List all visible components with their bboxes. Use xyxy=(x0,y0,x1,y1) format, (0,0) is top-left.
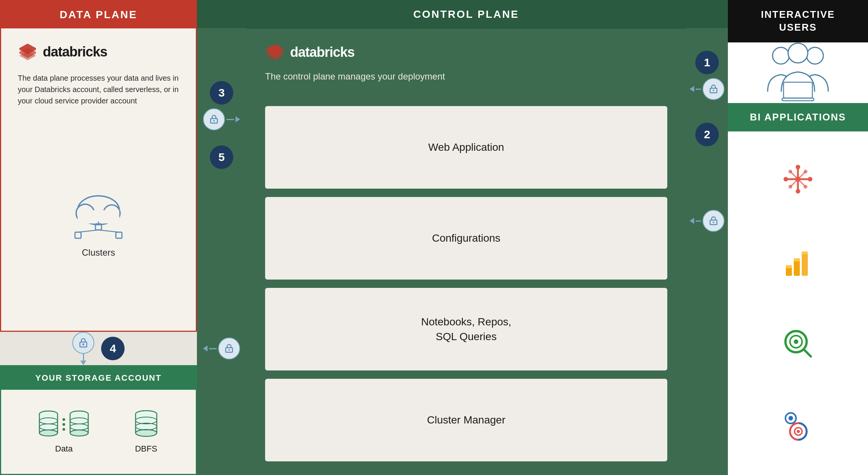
databricks-text-cp: databricks xyxy=(290,44,354,60)
arr-left-1 xyxy=(690,86,694,92)
lock-icon-storage xyxy=(218,338,240,359)
lock-icon-1 xyxy=(703,78,724,100)
svg-point-24 xyxy=(70,430,88,436)
tableau-icon xyxy=(783,164,813,196)
right-column: INTERACTIVE USERS xyxy=(728,0,868,475)
svg-rect-70 xyxy=(802,252,808,255)
databricks-logo-data-plane: databricks xyxy=(18,42,179,62)
data-plane-header: DATA PLANE xyxy=(1,1,196,28)
step1-badge: 1 xyxy=(695,51,719,74)
svg-point-31 xyxy=(136,430,157,436)
cp-card-cluster-manager: Cluster Manager xyxy=(265,379,667,461)
svg-point-64 xyxy=(795,177,801,182)
control-plane-cards: Web Application Configurations Notebooks… xyxy=(265,106,667,461)
svg-rect-69 xyxy=(794,258,800,261)
svg-point-57 xyxy=(796,189,800,194)
svg-point-59 xyxy=(808,177,812,181)
svg-point-48 xyxy=(807,47,823,64)
arr-left-storage xyxy=(203,345,208,352)
control-plane-header: CONTROL PLANE xyxy=(246,0,686,29)
h-line-nb xyxy=(696,220,701,222)
svg-point-17 xyxy=(39,430,58,436)
svg-rect-8 xyxy=(75,232,81,238)
svg-point-63 xyxy=(804,185,807,189)
dbfs-cylinder-icon xyxy=(133,410,159,439)
svg-point-73 xyxy=(794,339,798,344)
dbfs-label: DBFS xyxy=(135,444,157,454)
svg-line-10 xyxy=(78,230,98,232)
step2-badge: 2 xyxy=(695,123,719,146)
svg-point-80 xyxy=(797,430,800,433)
powerbi-icon xyxy=(784,246,812,278)
cp-card-label-cluster-manager: Cluster Manager xyxy=(427,412,506,427)
data-plane-body: databricks The data plane processes your… xyxy=(1,28,196,331)
arrow-down-4 xyxy=(80,361,86,365)
data-icon-area: Data xyxy=(37,410,90,454)
interactive-users-body xyxy=(728,42,868,103)
left-column: DATA PLANE databricks The data plane pro… xyxy=(0,0,197,475)
cp-card-configurations: Configurations xyxy=(265,197,667,280)
other-app-icon xyxy=(784,411,812,442)
control-plane-description: The control plane manages your deploymen… xyxy=(265,70,667,83)
h-line-storage xyxy=(209,348,217,349)
lock-icon-3 xyxy=(203,108,225,130)
databricks-icon-cp xyxy=(265,42,285,62)
svg-point-39 xyxy=(228,349,230,351)
between-left-center: 3 5 xyxy=(197,0,246,475)
svg-line-74 xyxy=(804,350,811,356)
control-plane-body: databricks The control plane manages you… xyxy=(246,29,686,475)
step5-area: 5 xyxy=(210,145,233,169)
databricks-text-data-plane: databricks xyxy=(43,44,107,60)
lock-arrow-storage xyxy=(203,338,240,359)
storage-account-panel: YOUR STORAGE ACCOUNT xyxy=(0,365,197,475)
step4-badge: 4 xyxy=(101,337,125,360)
cp-card-web-application: Web Application xyxy=(265,106,667,189)
cluster-cloud-icon xyxy=(64,191,133,241)
step3-badge: 3 xyxy=(210,81,233,105)
svg-rect-6 xyxy=(78,210,119,223)
svg-rect-51 xyxy=(782,98,814,101)
arr-left-nb xyxy=(690,218,694,224)
svg-point-56 xyxy=(796,165,800,169)
lock-icon-4 xyxy=(72,332,94,354)
storage-account-body: Data DBFS xyxy=(1,390,196,474)
data-cylinders xyxy=(37,410,90,439)
right-connector-area: 1 2 xyxy=(686,0,728,475)
interactive-users-header: INTERACTIVE USERS xyxy=(728,0,868,42)
step4-connector: 4 xyxy=(0,332,197,365)
cp-card-label-configs: Configurations xyxy=(432,231,501,245)
h-line-1 xyxy=(696,89,701,90)
svg-point-60 xyxy=(788,170,792,173)
lock-arrow-3 xyxy=(203,108,240,130)
atscale-icon xyxy=(783,328,813,360)
svg-point-49 xyxy=(788,43,808,63)
svg-rect-9 xyxy=(116,232,122,238)
vert-line-4 xyxy=(83,354,84,361)
databricks-logo-control-plane: databricks xyxy=(265,42,667,62)
lock-arrow-1 xyxy=(690,78,724,100)
svg-rect-67 xyxy=(802,252,808,276)
step3-area: 3 xyxy=(203,81,240,130)
data-plane-description: The data plane processes your data and l… xyxy=(18,72,179,106)
cp-card-notebooks: Notebooks, Repos, SQL Queries xyxy=(265,288,667,370)
svg-point-58 xyxy=(784,177,788,181)
arr-right-3 xyxy=(236,116,240,122)
dots-separator xyxy=(62,418,65,431)
storage-account-header: YOUR STORAGE ACCOUNT xyxy=(1,366,196,390)
dbfs-icon-area: DBFS xyxy=(133,410,159,454)
data-plane-panel: DATA PLANE databricks The data plane pro… xyxy=(0,0,197,332)
users-icon xyxy=(760,42,836,103)
bi-applications-header: BI APPLICATIONS xyxy=(728,103,868,131)
page-wrapper: DATA PLANE databricks The data plane pro… xyxy=(0,0,868,475)
lock-icon-nb xyxy=(703,210,724,232)
lock-arrow-notebooks xyxy=(690,195,724,247)
svg-point-78 xyxy=(788,416,793,420)
svg-point-46 xyxy=(713,222,714,223)
cylinder2-icon xyxy=(68,410,90,439)
cylinder1-icon xyxy=(37,410,59,439)
svg-point-47 xyxy=(773,47,789,64)
cluster-area: Clusters xyxy=(18,125,179,323)
bi-applications-body xyxy=(728,131,868,475)
control-plane-column: CONTROL PLANE databricks The control pla… xyxy=(246,0,686,475)
cp-card-label-notebooks: Notebooks, Repos, SQL Queries xyxy=(421,314,511,344)
